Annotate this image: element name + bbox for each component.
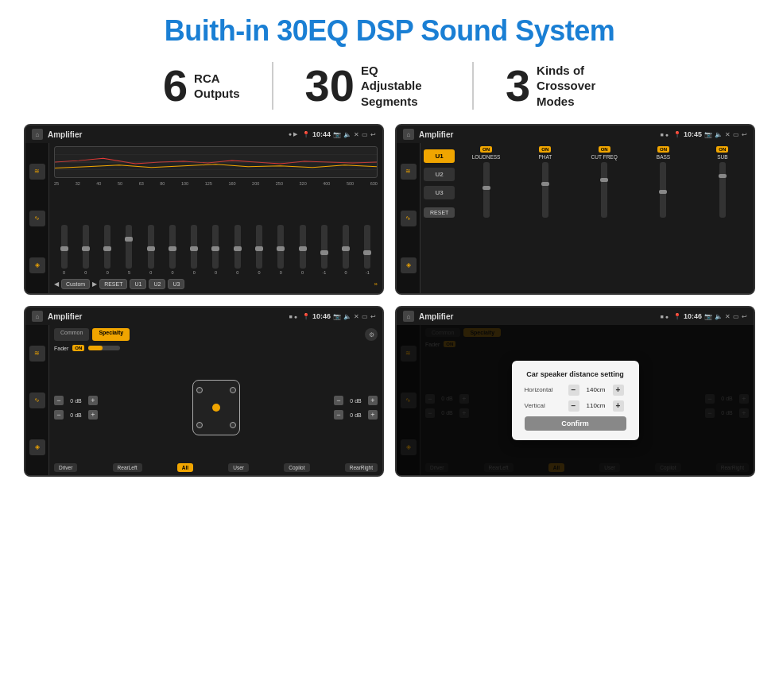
slider-track-10[interactable]: [256, 225, 262, 269]
all-btn[interactable]: All: [177, 463, 193, 472]
next-arrow[interactable]: ▶: [92, 280, 97, 288]
reset-btn-2[interactable]: RESET: [424, 207, 455, 218]
bass-slider[interactable]: [660, 162, 666, 218]
slider-track-8[interactable]: [212, 225, 219, 269]
vertical-minus[interactable]: −: [568, 400, 579, 412]
slider-track-9[interactable]: [234, 225, 241, 269]
db-control-bl: − 0 dB +: [54, 410, 98, 420]
speaker-dot-bl: [196, 422, 203, 428]
speaker-icon-left-2[interactable]: ◈: [401, 257, 417, 273]
slider-track-7[interactable]: [191, 225, 197, 269]
wave-icon-3[interactable]: ∿: [29, 393, 45, 408]
u3-button[interactable]: U3: [424, 186, 455, 199]
slider-val-5: 0: [149, 270, 152, 275]
eq-filter-icon-3[interactable]: ≋: [29, 346, 45, 362]
home-icon-3[interactable]: ⌂: [32, 311, 43, 322]
slider-thumb-2[interactable]: [82, 246, 90, 251]
horizontal-plus[interactable]: +: [613, 385, 624, 396]
settings-icon[interactable]: ⚙: [365, 328, 378, 341]
home-icon[interactable]: ⌂: [32, 129, 43, 140]
cutfreq-thumb[interactable]: [600, 178, 608, 182]
fader-slider[interactable]: [88, 346, 120, 350]
eq-filter-icon-2[interactable]: ≋: [401, 164, 417, 180]
rearleft-btn[interactable]: RearLeft: [113, 463, 142, 472]
slider-thumb-14[interactable]: [342, 246, 350, 251]
slider-track-4[interactable]: [126, 225, 132, 269]
db-minus-br[interactable]: −: [334, 410, 343, 420]
slider-track-2[interactable]: [83, 225, 89, 269]
driver-btn[interactable]: Driver: [54, 463, 77, 472]
db-minus-bl[interactable]: −: [54, 410, 64, 420]
u3-btn[interactable]: U3: [168, 279, 184, 289]
prev-arrow[interactable]: ◀: [54, 280, 59, 288]
stat-rca-text: RCAOutputs: [194, 71, 240, 102]
u1-button[interactable]: U1: [424, 149, 455, 163]
sub-thumb[interactable]: [719, 174, 727, 178]
slider-10: 0: [249, 225, 269, 275]
slider-track-3[interactable]: [104, 225, 110, 269]
horizontal-minus[interactable]: −: [568, 385, 579, 396]
db-plus-tl[interactable]: +: [88, 396, 98, 405]
confirm-button[interactable]: Confirm: [525, 416, 626, 431]
freq-400: 400: [323, 181, 330, 186]
slider-track-6[interactable]: [169, 225, 176, 269]
home-icon-2[interactable]: ⌂: [403, 129, 414, 140]
speaker-icon-left[interactable]: ◈: [29, 257, 45, 273]
copilot-btn[interactable]: Copilot: [284, 463, 309, 472]
slider-thumb-7[interactable]: [190, 246, 198, 251]
slider-thumb-10[interactable]: [255, 246, 263, 251]
reset-btn-1[interactable]: RESET: [99, 279, 127, 289]
slider-thumb-6[interactable]: [169, 246, 176, 251]
slider-thumb-15[interactable]: [363, 250, 371, 255]
slider-thumb-1[interactable]: [60, 246, 68, 251]
bass-thumb[interactable]: [659, 190, 667, 194]
db-val-tr: 0 dB: [346, 398, 366, 404]
loudness-thumb[interactable]: [483, 186, 490, 190]
slider-thumb-13[interactable]: [320, 250, 328, 255]
eq-filter-icon[interactable]: ≋: [29, 164, 45, 180]
slider-track-12[interactable]: [300, 225, 306, 269]
home-icon-4[interactable]: ⌂: [403, 311, 414, 322]
slider-track-1[interactable]: [61, 225, 68, 269]
slider-track-14[interactable]: [343, 225, 349, 269]
u1-btn[interactable]: U1: [130, 279, 146, 289]
phat-thumb[interactable]: [541, 182, 549, 186]
common-tab[interactable]: Common: [54, 328, 89, 341]
phat-slider[interactable]: [542, 162, 548, 218]
sound-icon-3: 🔈: [343, 313, 351, 320]
db-minus-tl[interactable]: −: [54, 396, 64, 405]
slider-thumb-12[interactable]: [299, 246, 307, 251]
speaker-dot-br: [230, 422, 236, 428]
slider-thumb-4[interactable]: [125, 237, 133, 242]
rearright-btn[interactable]: RearRight: [345, 463, 378, 472]
custom-btn[interactable]: Custom: [61, 279, 90, 289]
loudness-slider[interactable]: [483, 162, 490, 218]
vertical-plus[interactable]: +: [613, 400, 624, 412]
slider-thumb-3[interactable]: [103, 246, 111, 251]
sub-slider[interactable]: [719, 162, 726, 218]
slider-track-15[interactable]: [364, 225, 370, 269]
wave-icon-2[interactable]: ∿: [401, 211, 417, 226]
db-plus-br[interactable]: +: [368, 410, 378, 420]
slider-thumb-8[interactable]: [211, 246, 219, 251]
user-btn[interactable]: User: [228, 463, 249, 472]
slider-thumb-5[interactable]: [147, 246, 155, 251]
db-plus-tr[interactable]: +: [368, 396, 378, 405]
speaker-icon-left-3[interactable]: ◈: [29, 439, 45, 455]
db-minus-tr[interactable]: −: [334, 396, 343, 405]
slider-thumb-11[interactable]: [277, 246, 285, 251]
expand-icon[interactable]: »: [374, 280, 378, 288]
cutfreq-slider[interactable]: [601, 162, 607, 218]
db-plus-bl[interactable]: +: [88, 410, 98, 420]
slider-track-11[interactable]: [277, 225, 284, 269]
slider-thumb-9[interactable]: [234, 246, 242, 251]
status-bar-2: ⌂ Amplifier ■ ● 📍 10:45 📷 🔈 ✕ ▭ ↩: [397, 126, 754, 143]
slider-track-13[interactable]: [321, 225, 327, 269]
u2-button[interactable]: U2: [424, 168, 455, 181]
u2-btn[interactable]: U2: [149, 279, 165, 289]
specialty-tab[interactable]: Specialty: [92, 328, 130, 341]
slider-track-5[interactable]: [148, 225, 154, 269]
x-icon-3: ✕: [354, 313, 359, 320]
eq-main: 25 32 40 50 63 80 100 125 160 200 250 32…: [49, 143, 382, 293]
wave-icon[interactable]: ∿: [29, 211, 45, 226]
